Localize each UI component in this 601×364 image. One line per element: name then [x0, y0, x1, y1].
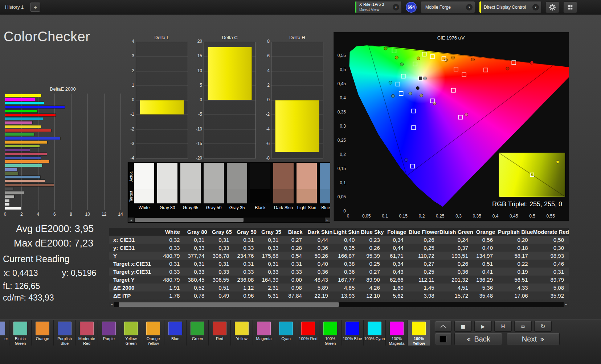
swatch-actual: [320, 163, 330, 189]
palette-swatch: [124, 322, 138, 335]
palette-item[interactable]: Yellow: [231, 320, 253, 346]
deltae-bar-row: [5, 164, 120, 167]
deltae-bar: [5, 121, 32, 124]
palette-item[interactable]: Cyan: [275, 320, 297, 346]
scroll-track[interactable]: [114, 302, 564, 307]
palette-item[interactable]: Purple: [98, 320, 120, 346]
swatch[interactable]: Gray 35: [227, 163, 247, 210]
table-cell: 0,36: [307, 268, 333, 276]
scroll-right-icon[interactable]: ►: [564, 302, 569, 307]
source-dropdown[interactable]: Mobile Forge ▾: [421, 1, 475, 13]
palette-item[interactable]: Green: [187, 320, 209, 346]
gridline: [120, 94, 121, 210]
settings-button[interactable]: [545, 1, 559, 13]
pattern-window-button[interactable]: [435, 333, 451, 345]
palette-item[interactable]: Moderate Red: [76, 320, 98, 346]
stop-icon: ■: [461, 324, 465, 329]
table-cell: 0,33: [185, 268, 209, 276]
palette-item[interactable]: 100% Yellow: [408, 320, 430, 346]
table-cell: 0,51: [473, 260, 498, 268]
palette-item[interactable]: Orange Yellow: [142, 320, 164, 346]
display-dropdown[interactable]: Direct Display Control ▾: [479, 1, 541, 13]
scroll-right-icon[interactable]: ►: [325, 218, 330, 222]
palette-item[interactable]: 100% Green: [319, 320, 342, 346]
scroll-left-icon[interactable]: ◄: [109, 302, 114, 307]
row-label: Target Y: [109, 276, 160, 284]
palette-item[interactable]: Yellow Green: [120, 320, 142, 346]
meter-count-badge[interactable]: 694: [406, 2, 417, 13]
palette-item[interactable]: 100% Cyan: [364, 320, 386, 346]
palette-item[interactable]: er: [0, 320, 9, 346]
row-label: Target y:CIE31: [109, 268, 160, 276]
table-row: Target y:CIE310,330,330,330,330,330,330,…: [109, 268, 569, 276]
swatch-target: [227, 189, 247, 203]
swatch[interactable]: Black: [250, 163, 270, 210]
palette-item[interactable]: Red: [209, 320, 231, 346]
table-cell: 1,45: [409, 284, 439, 291]
table-cell: 0,31: [185, 260, 209, 268]
swatch[interactable]: Dark Skin: [273, 163, 294, 210]
refresh-icon: ↻: [540, 323, 545, 330]
tick-label: 6: [262, 53, 270, 58]
swatch[interactable]: Gray 65: [180, 163, 201, 210]
refresh-button[interactable]: ↻: [534, 321, 552, 332]
swatch[interactable]: Blue Sky: [320, 163, 330, 210]
table-header: WhiteGray 80Gray 65Gray 50Gray 35BlackDa…: [109, 228, 569, 236]
back-chevron-icon: «: [466, 335, 471, 343]
scroll-track[interactable]: [134, 218, 325, 222]
workflow-button[interactable]: [563, 1, 577, 13]
tick-label: -4: [262, 127, 270, 132]
swatch[interactable]: Gray 50: [204, 163, 224, 210]
column-header: Foliage: [385, 228, 409, 236]
swatch[interactable]: Light Skin: [297, 163, 317, 210]
palette-item[interactable]: Blue: [164, 320, 187, 346]
tab-history[interactable]: History 1: [0, 4, 29, 10]
deltae-bar-row: [5, 148, 120, 152]
scroll-thumb[interactable]: [119, 302, 339, 307]
hold-button[interactable]: H: [494, 321, 512, 332]
stop-button[interactable]: ■: [454, 321, 472, 332]
cie-inset: [499, 153, 565, 197]
back-button[interactable]: « Back: [454, 333, 502, 345]
column-header: Gray 50: [234, 228, 259, 236]
table-cell: 1,12: [234, 284, 259, 291]
tick-label: 0,35: [334, 109, 346, 115]
table-cell: 0,25: [409, 268, 439, 276]
palette-item[interactable]: Purplish Blue: [54, 320, 76, 346]
meter-dropdown[interactable]: X-Rite i1Pro 3 Direct View ▾: [355, 1, 402, 13]
scroll-thumb[interactable]: [135, 218, 244, 222]
table-cell: 0,31: [209, 236, 234, 244]
table-cell: 112,11: [409, 276, 439, 284]
continuous-measure-button[interactable]: ∞: [514, 321, 532, 332]
collapse-panel-button[interactable]: [435, 321, 451, 332]
palette-item[interactable]: Bluish Green: [9, 320, 32, 346]
play-button[interactable]: ▶: [474, 321, 492, 332]
palette-label: Yellow: [231, 336, 253, 341]
add-tab-button[interactable]: +: [30, 3, 40, 12]
table-cell: 0,33: [283, 268, 307, 276]
swatch[interactable]: Gray 80: [157, 163, 177, 210]
table-cell: 12,10: [360, 291, 385, 299]
deltae-bar: [5, 168, 17, 171]
table-scrollbar[interactable]: ◄ ►: [109, 302, 569, 307]
table-cell: 0,27: [360, 268, 385, 276]
gridline: [136, 115, 188, 115]
palette-item[interactable]: 100% Blue: [342, 320, 364, 346]
table-cell: 89,79: [533, 276, 569, 284]
swatch-scrollbar[interactable]: ◄ ►: [128, 218, 330, 222]
palette-item[interactable]: Magenta: [253, 320, 275, 346]
deltae-bar-row: [5, 171, 120, 175]
deltae-bar-row: [5, 98, 120, 102]
palette-item[interactable]: Orange: [32, 320, 54, 346]
table-cell: 167,77: [333, 276, 360, 284]
deltae-bar-row: [5, 187, 120, 191]
table-cell: 61,71: [385, 252, 409, 260]
swatch-target: [250, 189, 270, 203]
scroll-left-icon[interactable]: ◄: [128, 218, 134, 222]
column-header: White: [160, 228, 185, 236]
next-button[interactable]: Next »: [507, 333, 560, 345]
palette-item[interactable]: 100% Red: [297, 320, 319, 346]
swatch[interactable]: White: [134, 163, 154, 210]
palette-item[interactable]: 100% Magenta: [386, 320, 408, 346]
table-cell: 201,32: [439, 276, 473, 284]
